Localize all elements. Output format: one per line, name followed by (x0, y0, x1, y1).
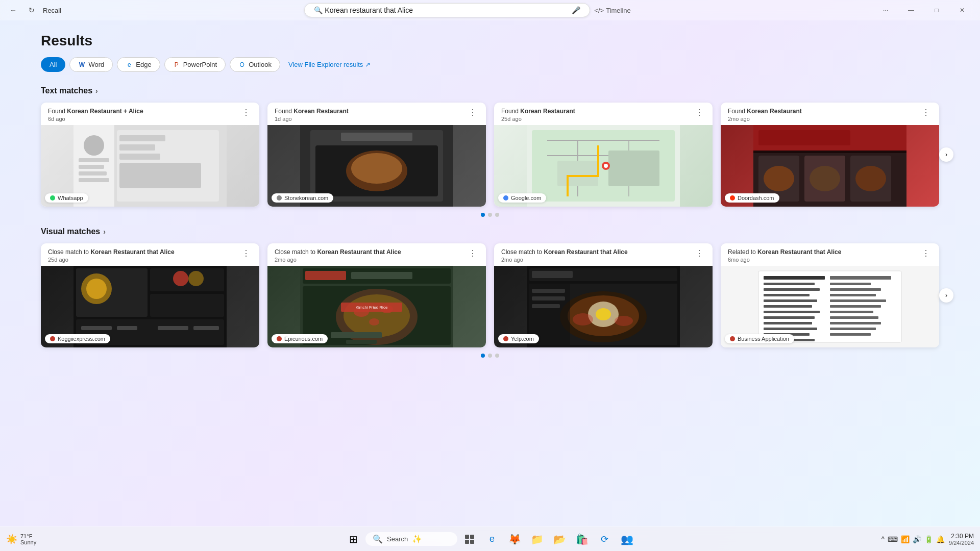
clock-date: 9/24/2024 (949, 540, 974, 546)
visual-card-more-1[interactable]: ⋮ (240, 248, 252, 258)
svg-rect-83 (830, 276, 891, 280)
chevron-up-icon[interactable]: ^ (881, 535, 885, 543)
edge-taskbar-button[interactable]: e (482, 529, 502, 549)
visual-pagination-dot-3 (495, 354, 499, 358)
svg-rect-90 (764, 299, 817, 302)
text-match-card-4[interactable]: Found Korean Restaurant 2mo ago ⋮ (721, 103, 939, 207)
text-matches-title[interactable]: Text matches › (41, 86, 939, 95)
card-more-button-1[interactable]: ⋮ (240, 108, 252, 117)
visual-card-header-1: Close match to Korean Restaurant that Al… (41, 243, 259, 266)
edge-icon: e (126, 61, 133, 68)
more-options-button[interactable]: ··· (874, 2, 897, 18)
filter-outlook[interactable]: O Outlook (230, 57, 280, 72)
close-button[interactable]: ✕ (950, 2, 974, 18)
visual-match-card-1[interactable]: Close match to Korean Restaurant that Al… (41, 243, 259, 347)
battery-icon[interactable]: 🔋 (924, 535, 933, 543)
svg-rect-30 (758, 130, 850, 145)
pagination-dot-3 (495, 213, 499, 217)
visual-matches-title[interactable]: Visual matches › (41, 227, 939, 236)
svg-rect-62 (346, 340, 377, 344)
card-found-text-4: Found Korean Restaurant (728, 108, 802, 115)
text-match-card-2[interactable]: Found Korean Restaurant 1d ago ⋮ (267, 103, 486, 207)
network-icon[interactable]: 📶 (901, 535, 910, 543)
visual-pagination-dot-1 (481, 354, 485, 358)
visual-card-found-text-3: Close match to Korean Restaurant that Al… (501, 248, 628, 256)
svg-rect-25 (608, 151, 659, 186)
visual-matches-section: Visual matches › Close match to Korean R… (41, 227, 939, 358)
svg-rect-4 (119, 144, 155, 151)
outlook-icon: O (238, 61, 246, 68)
keyboard-icon[interactable]: ⌨ (888, 535, 898, 543)
card-source-2: Stonekorean.com (272, 193, 333, 203)
taskbar-left: ☀️ 71°F Sunny (6, 533, 36, 545)
mic-button[interactable]: 🎤 (570, 6, 582, 14)
visual-card-image-4: Business Application (721, 266, 939, 347)
recall-taskbar-button[interactable]: ⟳ (594, 529, 615, 549)
svg-rect-10 (79, 171, 107, 176)
back-button[interactable]: ← (6, 3, 20, 17)
visual-card-more-3[interactable]: ⋮ (693, 248, 705, 258)
text-matches-cards: Found Korean Restaurant + Alice 6d ago ⋮ (41, 103, 939, 207)
visual-card-found-text-4: Related to Korean Restaurant that Alice (728, 248, 841, 256)
card-source-4: Doordash.com (725, 193, 779, 203)
text-matches-section: Text matches › Found Korean Restaurant +… (41, 86, 939, 217)
page-title: Results (41, 33, 939, 49)
card-image-2: Stonekorean.com (267, 125, 486, 207)
weather-text: 71°F Sunny (20, 533, 36, 545)
weather-icon: ☀️ (6, 534, 17, 545)
filter-powerpoint[interactable]: P PowerPoint (164, 57, 226, 72)
firefox-taskbar-button[interactable]: 🦊 (504, 529, 525, 549)
clock[interactable]: 2:30 PM 9/24/2024 (949, 533, 974, 546)
visual-card-time-3: 2mo ago (501, 257, 628, 263)
volume-icon[interactable]: 🔊 (913, 535, 921, 543)
taskbar-search[interactable]: 🔍 Search ✨ (365, 532, 457, 546)
svg-rect-100 (764, 328, 817, 330)
text-matches-next-arrow[interactable]: › (939, 147, 953, 162)
svg-rect-6 (119, 163, 201, 188)
store-taskbar-button[interactable]: 🛍️ (572, 529, 592, 549)
notification-icon[interactable]: 🔔 (936, 535, 945, 543)
visual-card-found-text-1: Close match to Korean Restaurant that Al… (48, 248, 175, 256)
visual-card-more-2[interactable]: ⋮ (467, 248, 479, 258)
svg-point-45 (173, 271, 188, 286)
search-icon[interactable]: 🔍 (312, 6, 325, 14)
card-more-button-3[interactable]: ⋮ (693, 108, 705, 117)
svg-rect-92 (764, 305, 812, 308)
visual-match-card-2[interactable]: Close match to Korean Restaurant that Al… (267, 243, 486, 347)
view-file-explorer-link[interactable]: View File Explorer results ↗ (288, 61, 371, 68)
visual-matches-cards: Close match to Korean Restaurant that Al… (41, 243, 939, 347)
maximize-button[interactable]: □ (925, 2, 948, 18)
text-match-card-3[interactable]: Found Korean Restaurant 25d ago ⋮ (494, 103, 713, 207)
card-time-2: 1d ago (275, 116, 349, 122)
taskbar-right: ^ ⌨ 📶 🔊 🔋 🔔 2:30 PM 9/24/2024 (881, 533, 974, 546)
filter-word[interactable]: W Word (69, 57, 113, 72)
clock-time: 2:30 PM (949, 533, 974, 540)
visual-match-card-3[interactable]: Close match to Korean Restaurant that Al… (494, 243, 713, 347)
explorer-taskbar-button[interactable]: 📂 (549, 529, 570, 549)
files-taskbar-button[interactable]: 📁 (527, 529, 547, 549)
minimize-button[interactable]: — (899, 2, 923, 18)
card-found-text-3: Found Korean Restaurant (501, 108, 575, 115)
svg-point-73 (596, 308, 611, 320)
svg-rect-93 (830, 305, 881, 308)
card-more-button-2[interactable]: ⋮ (467, 108, 479, 117)
forward-button[interactable]: ↻ (24, 3, 39, 17)
svg-rect-49 (158, 326, 188, 330)
visual-card-header-4: Related to Korean Restaurant that Alice … (721, 243, 939, 266)
source-dot-2 (277, 195, 282, 201)
filter-edge[interactable]: e Edge (117, 57, 160, 72)
visual-card-more-4[interactable]: ⋮ (920, 248, 932, 258)
card-more-button-4[interactable]: ⋮ (920, 108, 932, 117)
teams-taskbar-button[interactable]: 👥 (617, 529, 637, 549)
svg-rect-88 (764, 294, 810, 296)
filter-all[interactable]: All (41, 57, 65, 72)
svg-rect-96 (764, 316, 815, 319)
svg-rect-99 (830, 322, 881, 324)
taskview-button[interactable] (459, 529, 480, 549)
visual-matches-next-arrow[interactable]: › (939, 288, 953, 303)
visual-match-card-4[interactable]: Related to Korean Restaurant that Alice … (721, 243, 939, 347)
timeline-button[interactable]: </> Timeline (594, 3, 630, 17)
text-match-card-1[interactable]: Found Korean Restaurant + Alice 6d ago ⋮ (41, 103, 259, 207)
search-input[interactable] (325, 6, 570, 14)
start-button[interactable]: ⊞ (343, 529, 363, 549)
